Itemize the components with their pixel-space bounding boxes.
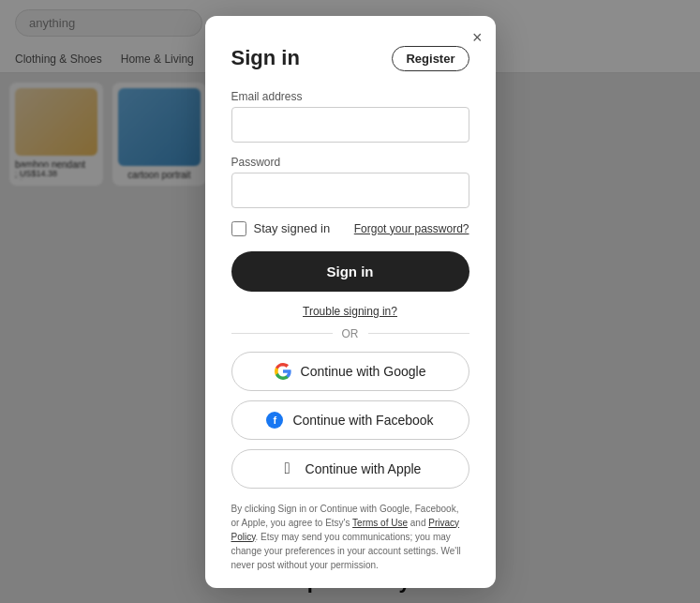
stay-signed-checkbox[interactable] bbox=[231, 221, 246, 236]
sign-in-button[interactable]: Sign in bbox=[231, 251, 469, 292]
apple-icon:  bbox=[279, 460, 296, 477]
apple-sign-in-button[interactable]:  Continue with Apple bbox=[231, 449, 469, 489]
stay-signed-row: Stay signed in Forgot your password? bbox=[231, 221, 469, 236]
trouble-signing-link[interactable]: Trouble signing in? bbox=[231, 305, 469, 318]
close-button[interactable]: × bbox=[472, 29, 483, 46]
terms-link[interactable]: Terms of Use bbox=[352, 518, 408, 528]
email-label: Email address bbox=[231, 90, 469, 103]
email-input[interactable] bbox=[231, 107, 469, 143]
google-btn-label: Continue with Google bbox=[301, 364, 426, 379]
or-divider: OR bbox=[231, 327, 469, 340]
email-group: Email address bbox=[231, 90, 469, 143]
stay-signed-left: Stay signed in bbox=[231, 221, 331, 236]
apple-btn-label: Continue with Apple bbox=[305, 461, 422, 476]
or-text: OR bbox=[342, 327, 359, 340]
modal-header: Sign in Register bbox=[231, 46, 469, 71]
modal-title: Sign in bbox=[231, 46, 300, 70]
register-button[interactable]: Register bbox=[392, 46, 469, 71]
google-sign-in-button[interactable]: Continue with Google bbox=[231, 352, 469, 391]
facebook-icon: f bbox=[266, 412, 283, 429]
stay-signed-label: Stay signed in bbox=[254, 221, 331, 235]
password-input[interactable] bbox=[231, 173, 469, 208]
password-label: Password bbox=[231, 156, 469, 169]
google-icon bbox=[275, 363, 291, 380]
sign-in-modal: × Sign in Register Email address Passwor… bbox=[205, 16, 496, 588]
legal-text: By clicking Sign in or Continue with Goo… bbox=[231, 502, 469, 572]
or-line-left bbox=[231, 333, 333, 334]
forgot-password-link[interactable]: Forgot your password? bbox=[354, 222, 469, 235]
facebook-sign-in-button[interactable]: f Continue with Facebook bbox=[231, 400, 469, 440]
or-line-right bbox=[368, 333, 469, 334]
facebook-btn-label: Continue with Facebook bbox=[292, 413, 433, 428]
password-group: Password bbox=[231, 156, 469, 208]
